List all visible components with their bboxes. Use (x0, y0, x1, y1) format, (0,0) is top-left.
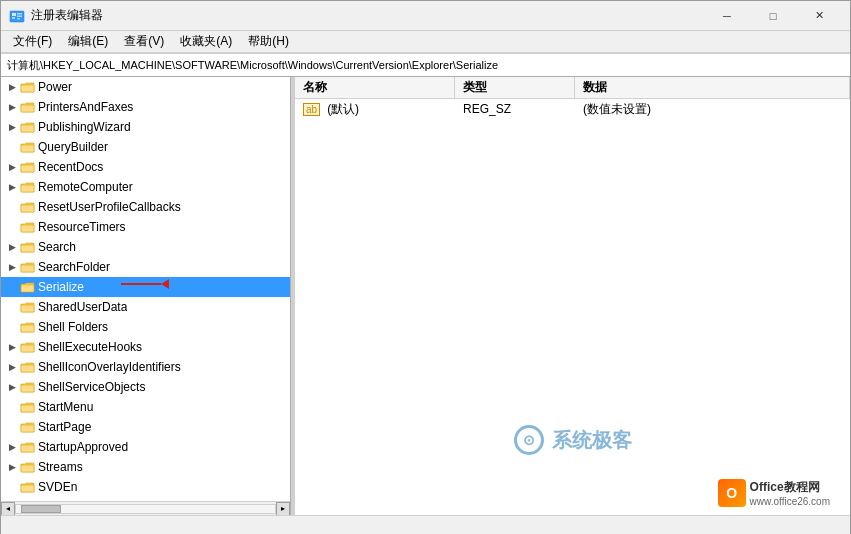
tree-expander-publishing[interactable]: ▶ (5, 120, 19, 134)
folder-icon-startpage (19, 419, 35, 435)
svg-rect-2 (12, 17, 15, 19)
tree-item-resetuser[interactable]: ResetUserProfileCallbacks (1, 197, 290, 217)
tree-item-remotecomputer[interactable]: ▶ RemoteComputer (1, 177, 290, 197)
tree-item-searchfolder[interactable]: ▶ SearchFolder (1, 257, 290, 277)
folder-icon-shellexecutehooks (19, 339, 35, 355)
tree-expander-querybuilder (5, 140, 19, 154)
right-pane: 名称 类型 数据 ab (默认) REG_SZ (数值未设置) (295, 77, 850, 515)
maximize-button[interactable]: □ (750, 1, 796, 31)
tree-expander-svden (5, 480, 19, 494)
arrow-head (161, 279, 169, 289)
tree-item-shellserviceobjects[interactable]: ▶ ShellServiceObjects (1, 377, 290, 397)
hscroll-left-btn[interactable]: ◂ (1, 502, 15, 516)
arrow-annotation (121, 279, 169, 289)
tree-label-shelliconoverlay: ShellIconOverlayIdentifiers (38, 360, 181, 374)
folder-icon-shelliconoverlay (19, 359, 35, 375)
tree-item-power[interactable]: ▶ Power (1, 77, 290, 97)
folder-icon-recentdocs (19, 159, 35, 175)
tree-item-streams[interactable]: ▶ Streams (1, 457, 290, 477)
title-bar: 注册表编辑器 ─ □ ✕ (1, 1, 850, 31)
menu-item-a[interactable]: 收藏夹(A) (172, 31, 240, 52)
main-content: ▶ Power▶ PrintersAndFaxes▶ PublishingWiz… (1, 77, 850, 515)
menu-item-v[interactable]: 查看(V) (116, 31, 172, 52)
tree-expander-recentdocs[interactable]: ▶ (5, 160, 19, 174)
tree-hscroll[interactable]: ◂ ▸ (1, 501, 290, 515)
tree-label-syncrootmanager: SyncRootManager (38, 500, 137, 501)
tree-label-startpage: StartPage (38, 420, 91, 434)
close-button[interactable]: ✕ (796, 1, 842, 31)
tree-expander-searchfolder[interactable]: ▶ (5, 260, 19, 274)
cell-data-default: (数值未设置) (575, 101, 850, 118)
tree-item-startupapproved[interactable]: ▶ StartupApproved (1, 437, 290, 457)
folder-icon-search (19, 239, 35, 255)
folder-icon-syncrootmanager (19, 499, 35, 501)
col-header-data[interactable]: 数据 (575, 77, 850, 98)
tree-item-resourcetimers[interactable]: ResourceTimers (1, 217, 290, 237)
tree-label-publishing: PublishingWizard (38, 120, 131, 134)
menu-item-e[interactable]: 编辑(E) (60, 31, 116, 52)
tree-item-startmenu[interactable]: StartMenu (1, 397, 290, 417)
folder-icon-resetuser (19, 199, 35, 215)
address-text: 计算机\HKEY_LOCAL_MACHINE\SOFTWARE\Microsof… (7, 58, 498, 73)
tree-label-shellexecutehooks: ShellExecuteHooks (38, 340, 142, 354)
folder-icon-shareduserdata (19, 299, 35, 315)
folder-icon-shellfolders (19, 319, 35, 335)
tree-label-shareduserdata: SharedUserData (38, 300, 127, 314)
col-header-type[interactable]: 类型 (455, 77, 575, 98)
tree-item-querybuilder[interactable]: QueryBuilder (1, 137, 290, 157)
tree-label-searchfolder: SearchFolder (38, 260, 110, 274)
registry-row-default[interactable]: ab (默认) REG_SZ (数值未设置) (295, 99, 850, 119)
tree-expander-startmenu (5, 400, 19, 414)
reg-entry-name: (默认) (327, 101, 359, 118)
tree-expander-shelliconoverlay[interactable]: ▶ (5, 360, 19, 374)
tree-expander-startpage (5, 420, 19, 434)
tree-item-shelliconoverlay[interactable]: ▶ ShellIconOverlayIdentifiers (1, 357, 290, 377)
tree-expander-power[interactable]: ▶ (5, 80, 19, 94)
tree-item-svden[interactable]: SVDEn (1, 477, 290, 497)
folder-icon-remotecomputer (19, 179, 35, 195)
tree-label-resourcetimers: ResourceTimers (38, 220, 126, 234)
tree-item-shareduserdata[interactable]: SharedUserData (1, 297, 290, 317)
tree-item-startpage[interactable]: StartPage (1, 417, 290, 437)
right-body: ab (默认) REG_SZ (数值未设置) (295, 99, 850, 515)
tree-label-printers: PrintersAndFaxes (38, 100, 133, 114)
menu-item-f[interactable]: 文件(F) (5, 31, 60, 52)
hscroll-thumb[interactable] (21, 505, 61, 513)
minimize-button[interactable]: ─ (704, 1, 750, 31)
tree-expander-remotecomputer[interactable]: ▶ (5, 180, 19, 194)
tree-expander-printers[interactable]: ▶ (5, 100, 19, 114)
tree-expander-startupapproved[interactable]: ▶ (5, 440, 19, 454)
address-bar: 计算机\HKEY_LOCAL_MACHINE\SOFTWARE\Microsof… (1, 53, 850, 77)
status-bar (1, 515, 850, 534)
tree-item-shellexecutehooks[interactable]: ▶ ShellExecuteHooks (1, 337, 290, 357)
tree-label-shellserviceobjects: ShellServiceObjects (38, 380, 145, 394)
col-header-name[interactable]: 名称 (295, 77, 455, 98)
tree-expander-shareduserdata (5, 300, 19, 314)
tree-item-recentdocs[interactable]: ▶ RecentDocs (1, 157, 290, 177)
tree-label-startupapproved: StartupApproved (38, 440, 128, 454)
tree-scroll[interactable]: ▶ Power▶ PrintersAndFaxes▶ PublishingWiz… (1, 77, 290, 501)
tree-expander-resourcetimers (5, 220, 19, 234)
menu-item-h[interactable]: 帮助(H) (240, 31, 297, 52)
svg-rect-4 (17, 15, 22, 17)
tree-item-printers[interactable]: ▶ PrintersAndFaxes (1, 97, 290, 117)
app-window: 注册表编辑器 ─ □ ✕ 文件(F)编辑(E)查看(V)收藏夹(A)帮助(H) … (0, 0, 851, 534)
tree-item-shellfolders[interactable]: Shell Folders (1, 317, 290, 337)
tree-expander-syncrootmanager[interactable]: ▶ (5, 500, 19, 501)
hscroll-right-btn[interactable]: ▸ (276, 502, 290, 516)
tree-expander-shellserviceobjects[interactable]: ▶ (5, 380, 19, 394)
tree-item-publishing[interactable]: ▶ PublishingWizard (1, 117, 290, 137)
tree-expander-shellexecutehooks[interactable]: ▶ (5, 340, 19, 354)
folder-icon-streams (19, 459, 35, 475)
tree-expander-streams[interactable]: ▶ (5, 460, 19, 474)
hscroll-track[interactable] (15, 504, 276, 514)
cell-type-default: REG_SZ (455, 102, 575, 116)
tree-item-serialize[interactable]: Serialize (1, 277, 290, 297)
tree-label-serialize: Serialize (38, 280, 84, 294)
right-header: 名称 类型 数据 (295, 77, 850, 99)
tree-item-syncrootmanager[interactable]: ▶ SyncRootManager (1, 497, 290, 501)
tree-expander-search[interactable]: ▶ (5, 240, 19, 254)
tree-label-recentdocs: RecentDocs (38, 160, 103, 174)
folder-icon-serialize (19, 279, 35, 295)
tree-item-search[interactable]: ▶ Search (1, 237, 290, 257)
